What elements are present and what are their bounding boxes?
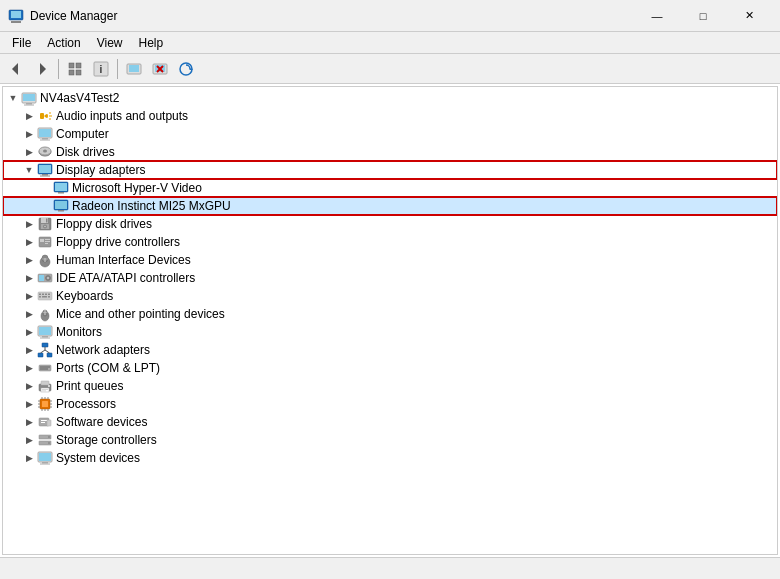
device-tree[interactable]: ▼ NV4asV4Test2 ▶ [2, 86, 778, 555]
toolbar-show-button[interactable] [63, 57, 87, 81]
close-button[interactable]: ✕ [726, 0, 772, 32]
svg-rect-85 [39, 365, 51, 371]
tree-system[interactable]: ▶ System devices [3, 449, 777, 467]
svg-point-121 [48, 436, 50, 438]
computer-icon [37, 126, 53, 142]
tree-display[interactable]: ▼ Display adapters [3, 161, 777, 179]
tree-storage[interactable]: ▶ Storage controllers [3, 431, 777, 449]
svg-rect-69 [42, 296, 47, 298]
toolbar-separator-2 [117, 59, 118, 79]
svg-point-86 [40, 366, 42, 368]
floppy-disk-label: Floppy disk drives [56, 217, 152, 231]
svg-point-122 [48, 442, 50, 444]
svg-text:i: i [100, 64, 103, 75]
network-expand-icon[interactable]: ▶ [21, 342, 37, 358]
tree-software[interactable]: ▶ Software devices [3, 413, 777, 431]
software-expand-icon[interactable]: ▶ [21, 414, 37, 430]
audio-expand-icon[interactable]: ▶ [21, 108, 37, 124]
network-label: Network adapters [56, 343, 150, 357]
floppy-ctrl-expand-icon[interactable]: ▶ [21, 234, 37, 250]
menu-view[interactable]: View [89, 34, 131, 52]
tree-mice[interactable]: ▶ Mice and other pointing devices [3, 305, 777, 323]
svg-rect-40 [58, 192, 64, 194]
svg-rect-99 [42, 391, 46, 392]
svg-rect-43 [58, 210, 64, 212]
ide-expand-icon[interactable]: ▶ [21, 270, 37, 286]
tree-hid[interactable]: ▶ Human Interface Devices [3, 251, 777, 269]
print-icon [37, 378, 53, 394]
toolbar-update-button[interactable] [122, 57, 146, 81]
toolbar-scan-button[interactable] [174, 57, 198, 81]
tree-ports[interactable]: ▶ Ports (COM & LPT) [3, 359, 777, 377]
disk-label: Disk drives [56, 145, 115, 159]
toolbar-back-button[interactable] [4, 57, 28, 81]
hyperv-icon [53, 180, 69, 196]
hid-expand-icon[interactable]: ▶ [21, 252, 37, 268]
svg-rect-66 [45, 294, 47, 296]
ports-icon [37, 360, 53, 376]
audio-icon [37, 108, 53, 124]
tree-radeon[interactable]: Radeon Instinct MI25 MxGPU [3, 197, 777, 215]
tree-print[interactable]: ▶ Print queues [3, 377, 777, 395]
svg-rect-77 [42, 336, 48, 338]
ide-icon [37, 270, 53, 286]
root-expand-icon[interactable]: ▼ [5, 90, 21, 106]
audio-label: Audio inputs and outputs [56, 109, 188, 123]
svg-rect-81 [47, 353, 52, 357]
maximize-button[interactable]: □ [680, 0, 726, 32]
ports-expand-icon[interactable]: ▶ [21, 360, 37, 376]
svg-rect-2 [11, 11, 21, 18]
computer-label: Computer [56, 127, 109, 141]
svg-point-62 [47, 277, 49, 279]
tree-hyperv[interactable]: Microsoft Hyper-V Video [3, 179, 777, 197]
software-icon [37, 414, 53, 430]
print-expand-icon[interactable]: ▶ [21, 378, 37, 394]
disk-expand-icon[interactable]: ▶ [21, 144, 37, 160]
disk-icon [37, 144, 53, 160]
keyboards-expand-icon[interactable]: ▶ [21, 288, 37, 304]
display-expand-icon[interactable]: ▼ [21, 162, 37, 178]
svg-rect-97 [41, 388, 49, 392]
menu-action[interactable]: Action [39, 34, 88, 52]
svg-line-83 [41, 350, 46, 353]
software-label: Software devices [56, 415, 147, 429]
processors-expand-icon[interactable]: ▶ [21, 396, 37, 412]
tree-processors[interactable]: ▶ Proces [3, 395, 777, 413]
storage-expand-icon[interactable]: ▶ [21, 432, 37, 448]
computer-expand-icon[interactable]: ▶ [21, 126, 37, 142]
system-label: System devices [56, 451, 140, 465]
tree-keyboards[interactable]: ▶ Keyboards [3, 287, 777, 305]
mice-icon [37, 306, 53, 322]
radeon-label: Radeon Instinct MI25 MxGPU [72, 199, 231, 213]
system-expand-icon[interactable]: ▶ [21, 450, 37, 466]
svg-rect-116 [41, 420, 47, 421]
tree-floppy-ctrl[interactable]: ▶ Floppy drive controllers [3, 233, 777, 251]
toolbar-uninstall-button[interactable] [148, 57, 172, 81]
svg-point-33 [43, 150, 47, 153]
ports-label: Ports (COM & LPT) [56, 361, 160, 375]
tree-floppy-disk[interactable]: ▶ Floppy disk drives [3, 215, 777, 233]
toolbar-properties-button[interactable]: i [89, 57, 113, 81]
svg-rect-7 [69, 70, 74, 75]
menu-help[interactable]: Help [131, 34, 172, 52]
menu-file[interactable]: File [4, 34, 39, 52]
svg-rect-125 [42, 462, 48, 464]
tree-computer[interactable]: ▶ Computer [3, 125, 777, 143]
tree-monitors[interactable]: ▶ Monitors [3, 323, 777, 341]
tree-ide[interactable]: ▶ IDE ATA/ATAPI controllers [3, 269, 777, 287]
mice-expand-icon[interactable]: ▶ [21, 306, 37, 322]
tree-root[interactable]: ▼ NV4asV4Test2 [3, 89, 777, 107]
monitors-expand-icon[interactable]: ▶ [21, 324, 37, 340]
tree-disk[interactable]: ▶ Disk drives [3, 143, 777, 161]
floppy-disk-expand-icon[interactable]: ▶ [21, 216, 37, 232]
processors-label: Processors [56, 397, 116, 411]
floppy-ctrl-label: Floppy drive controllers [56, 235, 180, 249]
tree-audio[interactable]: ▶ Audio inputs and outputs [3, 107, 777, 125]
svg-point-91 [40, 368, 42, 370]
minimize-button[interactable]: — [634, 0, 680, 32]
tree-network[interactable]: ▶ Network adapters [3, 341, 777, 359]
svg-rect-118 [47, 420, 51, 426]
hid-icon [37, 252, 53, 268]
toolbar-forward-button[interactable] [30, 57, 54, 81]
svg-rect-126 [40, 464, 50, 465]
